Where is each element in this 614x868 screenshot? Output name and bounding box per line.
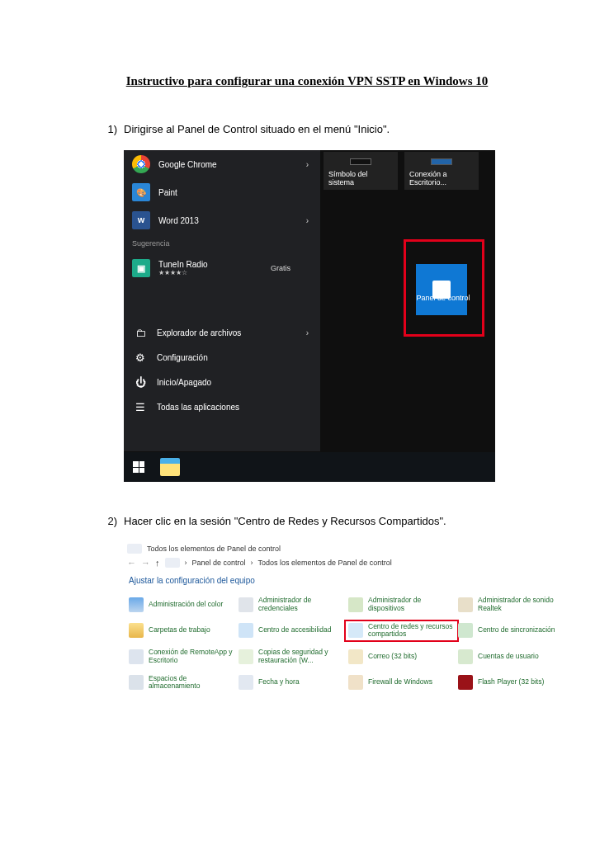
start-menu-item-settings[interactable]: ⚙ Configuración	[124, 345, 320, 370]
sys-label: Todas las aplicaciones	[157, 403, 239, 412]
start-menu-item-word[interactable]: W Word 2013 ›	[124, 206, 320, 234]
cp-item-label: Centro de redes y recursos compartidos	[368, 623, 455, 639]
start-menu-item-explorer[interactable]: 🗀 Explorador de archivos ›	[124, 320, 320, 345]
highlight-box	[404, 239, 484, 337]
chevron-right-icon: ›	[306, 160, 309, 169]
cp-item-icon	[129, 649, 144, 664]
control-panel-item[interactable]: Correo (32 bits)	[348, 649, 455, 665]
address-bar[interactable]: ← → ↑ › Panel de control › Todos los ele…	[124, 555, 569, 573]
control-panel-icon	[127, 544, 142, 554]
start-menu-item-allapps[interactable]: ☰ Todas las aplicaciones	[124, 394, 320, 419]
cp-item-label: Conexión de RemoteApp y Escritorio	[149, 649, 235, 665]
cp-item-icon	[129, 623, 144, 638]
word-icon: W	[132, 211, 150, 229]
windows-icon	[133, 461, 144, 473]
control-panel-item[interactable]: Firewall de Windows	[348, 675, 455, 691]
allapps-icon: ☰	[134, 400, 147, 413]
forward-icon[interactable]: →	[141, 558, 150, 568]
cp-item-label: Firewall de Windows	[368, 678, 432, 686]
cp-item-label: Administrador de sonido Realtek	[478, 597, 564, 613]
cp-item-label: Administrador de credenciales	[258, 597, 345, 613]
start-menu-item-paint[interactable]: 🎨 Paint	[124, 178, 320, 206]
control-panel-item[interactable]: Flash Player (32 bits)	[458, 675, 564, 691]
cp-item-icon	[348, 675, 363, 690]
control-panel-item[interactable]: Espacios de almacenamiento	[129, 675, 235, 691]
cp-item-label: Fecha y hora	[258, 678, 300, 686]
price-label: Gratis	[271, 264, 290, 272]
chevron-right-icon: ›	[306, 216, 309, 225]
start-menu-item-chrome[interactable]: Google Chrome ›	[124, 150, 320, 178]
app-label: Paint	[158, 188, 177, 197]
control-panel-subheader: Ajustar la configuración del equipo	[124, 573, 569, 597]
cp-item-icon	[129, 597, 144, 612]
start-menu-left-column: Google Chrome › 🎨 Paint W Word 2013 › Su…	[124, 150, 320, 451]
suggestion-body: TuneIn Radio ★★★★☆	[158, 260, 208, 276]
cp-item-icon	[348, 649, 363, 664]
step-2-number: 2)	[99, 515, 124, 527]
cp-item-icon	[239, 675, 253, 690]
control-panel-item[interactable]: Copias de seguridad y restauración (W...	[239, 649, 345, 665]
app-label: Google Chrome	[158, 160, 217, 169]
cp-item-icon	[458, 597, 473, 612]
cp-item-icon	[239, 597, 253, 612]
control-panel-item[interactable]: Administración del color	[129, 597, 235, 613]
start-menu-item-tunein[interactable]: ▣ TuneIn Radio ★★★★☆ Gratis	[124, 252, 320, 284]
control-panel-item[interactable]: Fecha y hora	[239, 675, 345, 691]
sys-label: Inicio/Apagado	[157, 378, 211, 387]
step-2: 2) Hacer clic en la sesión "Centro de Re…	[99, 515, 515, 527]
sys-label: Configuración	[157, 353, 208, 362]
tunein-icon: ▣	[132, 259, 150, 277]
breadcrumb-sep: ›	[251, 559, 253, 567]
spacer	[124, 284, 320, 320]
tile-remote-desktop[interactable]: Conexión a Escritorio...	[404, 152, 479, 190]
control-panel-item[interactable]: Conexión de RemoteApp y Escritorio	[129, 649, 235, 665]
control-panel-item[interactable]: Centro de sincronización	[458, 623, 564, 639]
explorer-icon: 🗀	[134, 326, 147, 339]
cp-item-label: Centro de sincronización	[478, 626, 555, 634]
cmd-icon	[350, 158, 371, 165]
paint-icon: 🎨	[132, 183, 150, 201]
start-menu-item-power[interactable]: ⏻ Inicio/Apagado	[124, 370, 320, 394]
control-panel-item[interactable]: Carpetas de trabajo	[129, 623, 235, 639]
rating-stars: ★★★★☆	[158, 269, 208, 276]
start-menu-screenshot: Google Chrome › 🎨 Paint W Word 2013 › Su…	[124, 150, 495, 482]
cp-item-label: Espacios de almacenamiento	[149, 675, 235, 691]
step-1-number: 1)	[99, 123, 124, 135]
cp-item-icon	[348, 597, 363, 612]
chrome-icon	[132, 155, 150, 173]
cp-item-icon	[458, 623, 473, 638]
taskbar-explorer-icon[interactable]	[160, 458, 180, 476]
cp-item-icon	[348, 623, 363, 638]
cp-item-label: Copias de seguridad y restauración (W...	[258, 649, 345, 665]
control-panel-item[interactable]: Administrador de credenciales	[239, 597, 345, 613]
remote-desktop-icon	[431, 158, 452, 165]
cp-item-icon	[239, 623, 253, 638]
back-icon[interactable]: ←	[127, 558, 136, 568]
control-panel-item[interactable]: Cuentas de usuario	[458, 649, 564, 665]
control-panel-item[interactable]: Centro de redes y recursos compartidos	[344, 620, 459, 643]
taskbar	[124, 452, 495, 482]
window-title: Todos los elementos de Panel de control	[147, 545, 281, 553]
cp-item-icon	[458, 649, 473, 664]
window-titlebar: Todos los elementos de Panel de control	[124, 542, 569, 555]
chevron-right-icon: ›	[306, 328, 309, 337]
control-panel-grid: Administración del colorAdministrador de…	[124, 597, 569, 697]
up-icon[interactable]: ↑	[155, 558, 160, 568]
cp-item-icon	[239, 649, 253, 664]
start-button[interactable]	[124, 452, 154, 482]
control-panel-icon	[165, 558, 180, 568]
breadcrumb[interactable]: Panel de control	[192, 559, 246, 567]
control-panel-item[interactable]: Administrador de sonido Realtek	[458, 597, 564, 613]
control-panel-item[interactable]: Centro de accesibilidad	[239, 623, 345, 639]
cp-item-label: Flash Player (32 bits)	[478, 678, 544, 686]
breadcrumb[interactable]: Todos los elementos de Panel de control	[258, 559, 392, 567]
document-title: Instructivo para configurar una conexión…	[99, 74, 515, 88]
tile-system-symbol[interactable]: Símbolo del sistema	[324, 152, 398, 190]
step-1: 1) Dirigirse al Panel de Control situado…	[99, 123, 515, 135]
gear-icon: ⚙	[134, 351, 147, 364]
control-panel-item[interactable]: Administrador de dispositivos	[348, 597, 455, 613]
control-panel-screenshot: Todos los elementos de Panel de control …	[124, 542, 569, 697]
step-1-text: Dirigirse al Panel de Control situado en…	[124, 123, 515, 135]
app-label: TuneIn Radio	[158, 260, 208, 269]
document-page: Instructivo para configurar una conexión…	[0, 0, 614, 868]
